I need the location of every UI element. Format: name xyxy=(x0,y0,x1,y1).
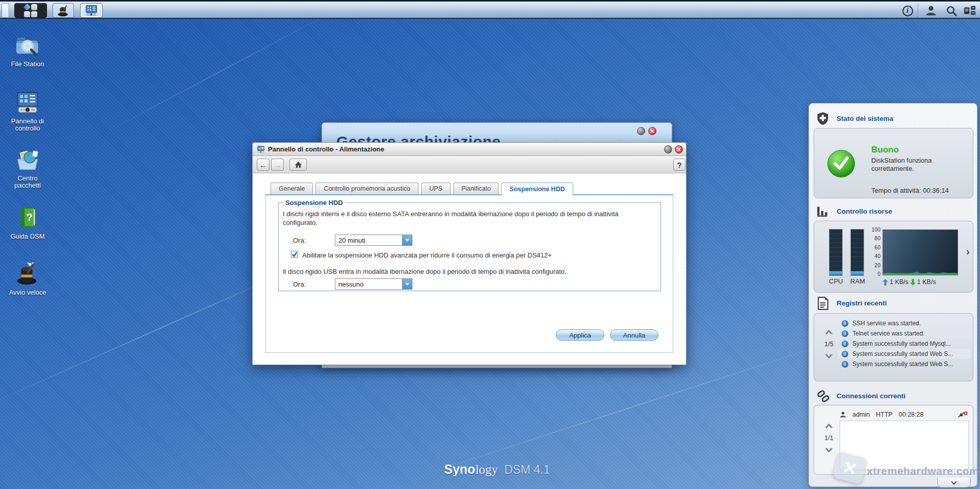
pager-position: 1/1 xyxy=(820,434,838,442)
resource-monitor-card[interactable]: CPU RAM 100 80 60 40 20 0 1 KB/s 1 KB/s … xyxy=(814,221,973,293)
disconnect-icon[interactable] xyxy=(958,411,968,418)
log-row[interactable]: iSystem successfully started Mysql... xyxy=(838,339,970,349)
search-icon xyxy=(946,5,958,17)
log-row[interactable]: iSSH service was started. xyxy=(838,318,970,328)
expand-resource-chevron[interactable]: › xyxy=(966,246,970,258)
control-panel-dialog: Pannello di controllo - Alimentazione ✕ … xyxy=(252,142,687,365)
hdd-hibernation-fieldset: Sospensione HDD I dischi rigidi interni … xyxy=(278,202,661,291)
main-menu-icon xyxy=(24,4,37,17)
magic-hat-icon xyxy=(15,261,40,287)
dsm-version: DSM 4.1 xyxy=(504,463,550,476)
bar-chart-icon xyxy=(816,204,829,220)
time-label: Ora: xyxy=(293,280,306,288)
control-panel-icon xyxy=(257,145,265,156)
log-document-icon xyxy=(816,296,829,313)
tab-pianificato[interactable]: Pianificato xyxy=(453,183,499,194)
network-rates: 1 KB/s 1 KB/s xyxy=(883,278,936,286)
minimize-button[interactable] xyxy=(664,145,672,153)
synology-logo-bold: Syno xyxy=(444,462,475,476)
back-button[interactable]: ← xyxy=(257,159,270,171)
connection-user: admin xyxy=(852,411,870,418)
info-icon: i xyxy=(842,320,848,327)
apply-button[interactable]: Applica xyxy=(556,329,604,341)
pilot-view-icon xyxy=(964,5,976,16)
tab-controllo-promemoria-acustico[interactable]: Controllo promemoria acustico xyxy=(315,183,419,194)
light-streak xyxy=(107,12,332,133)
desktop-icon-package-center[interactable]: Centro pacchetti xyxy=(4,147,51,190)
uptime-text: Tempo di attività: 00:36:14 xyxy=(871,187,949,194)
log-list: iSSH service was started. iTelnet servic… xyxy=(838,318,970,369)
info-icon: i xyxy=(902,6,913,16)
log-row[interactable]: iTelnet service was started. xyxy=(838,328,970,339)
control-panel-icon xyxy=(85,4,98,17)
tab-bar: Generale Controllo promemoria acustico U… xyxy=(271,183,573,195)
forward-button[interactable]: → xyxy=(271,159,284,171)
desktop-icon-label: File Station xyxy=(4,61,51,68)
system-status-header: Stato del sistema xyxy=(809,112,977,127)
collapse-panel-tab[interactable] xyxy=(937,478,971,487)
download-arrow-icon xyxy=(910,279,916,286)
home-button[interactable] xyxy=(289,159,307,171)
file-station-icon xyxy=(15,33,40,58)
advanced-hdd-checkbox[interactable] xyxy=(291,251,298,258)
info-icon: i xyxy=(842,351,848,357)
widget-title: Controllo risorse xyxy=(837,208,892,215)
magic-hat-icon xyxy=(57,4,70,17)
taskbar-control-panel-button[interactable] xyxy=(80,3,103,18)
widget-title: Stato del sistema xyxy=(837,115,893,122)
time-label: Ora: xyxy=(293,237,306,244)
advanced-hdd-checkbox-label: Abilitare la sospensione HDD avanzata pe… xyxy=(302,251,552,259)
tab-sospensione-hdd[interactable]: Sospensione HDD xyxy=(501,183,573,195)
status-value: Buono xyxy=(871,145,899,155)
tab-ups[interactable]: UPS xyxy=(421,183,451,194)
internal-hibernation-dropdown[interactable]: 20 minuti xyxy=(335,235,412,246)
connection-row[interactable]: admin HTTP 00:28:28 xyxy=(840,409,968,420)
dialog-titlebar[interactable]: Pannello di controllo - Alimentazione ✕ xyxy=(253,143,686,156)
usb-hibernation-dropdown[interactable]: nessuno xyxy=(335,278,412,290)
desktop-icon-file-station[interactable]: File Station xyxy=(4,33,51,68)
connection-time: 00:28:28 xyxy=(899,411,924,418)
recent-logs-header: Registri recenti xyxy=(809,296,977,312)
usb-disk-description: Il disco rigido USB entra in modalità ib… xyxy=(283,268,650,276)
desktop-icon-control-panel[interactable]: Pannello di controllo xyxy=(4,90,51,133)
close-button[interactable]: ✕ xyxy=(648,127,656,135)
log-row[interactable]: iSystem successfully started Web S... xyxy=(838,349,970,359)
taskbar-quickstart-button[interactable] xyxy=(53,3,74,18)
network-traffic-chart xyxy=(883,229,958,275)
ram-label: RAM xyxy=(850,277,864,285)
widget-panel: Stato del sistema Buono DiskStation funz… xyxy=(808,103,977,487)
user-button[interactable] xyxy=(925,5,937,17)
main-menu-button[interactable] xyxy=(14,3,47,18)
log-row[interactable]: iSystem successfully started Web S... xyxy=(838,359,970,369)
info-icon: i xyxy=(842,341,848,347)
tab-panel: Sospensione HDD I dischi rigidi interni … xyxy=(265,194,673,353)
minimize-button[interactable] xyxy=(637,127,645,135)
pager-down-chevron[interactable] xyxy=(825,351,832,358)
show-desktop-button[interactable] xyxy=(2,3,9,18)
cpu-gauge xyxy=(829,229,843,276)
taskbar: i xyxy=(0,0,980,19)
desktop-icon-label: Avvio veloce xyxy=(4,289,51,296)
tab-generale[interactable]: Generale xyxy=(271,183,313,194)
control-panel-icon xyxy=(15,90,40,115)
widget-title: Connessioni correnti xyxy=(837,392,905,400)
user-icon xyxy=(925,5,937,16)
package-center-icon xyxy=(14,147,41,172)
pager-up-chevron[interactable] xyxy=(825,330,832,337)
desktop-icon-quick-start[interactable]: Avvio veloce xyxy=(4,261,51,296)
pager-up-chevron[interactable] xyxy=(825,424,832,431)
checkmark-icon xyxy=(291,251,298,258)
pager-down-chevron[interactable] xyxy=(825,445,832,452)
connection-protocol: HTTP xyxy=(876,411,893,418)
help-button[interactable]: ? xyxy=(673,159,685,171)
desktop-icon-dsm-help[interactable]: ? Guida DSM xyxy=(4,205,51,240)
dialog-toolbar: ← → ? xyxy=(253,156,686,173)
cancel-button[interactable]: Annulla xyxy=(610,329,658,341)
close-button[interactable]: ✕ xyxy=(675,145,683,153)
pilot-view-button[interactable] xyxy=(964,5,976,17)
search-button[interactable] xyxy=(945,5,958,17)
dialog-title: Pannello di controllo - Alimentazione xyxy=(268,143,384,156)
svg-text:?: ? xyxy=(26,212,32,223)
info-button[interactable]: i xyxy=(901,5,914,17)
dropdown-value: 20 minuti xyxy=(338,237,365,244)
